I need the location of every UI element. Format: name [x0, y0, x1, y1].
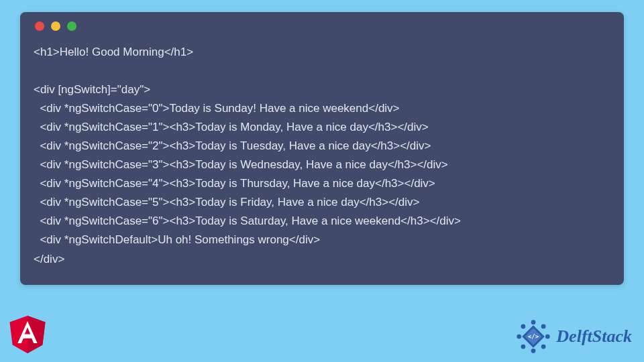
svg-point-8 [517, 335, 522, 339]
code-window: <h1>Hello! Good Morning</h1> <div [ngSwi… [20, 12, 624, 285]
svg-point-3 [541, 324, 546, 329]
angular-logo [7, 312, 48, 357]
svg-text:</>: </> [528, 333, 539, 340]
code-content: <h1>Hello! Good Morning</h1> <div [ngSwi… [20, 38, 624, 285]
close-icon [35, 21, 44, 31]
delftstack-text: DelftStack [556, 326, 632, 347]
angular-icon [7, 312, 48, 354]
svg-point-9 [521, 324, 526, 329]
window-titlebar [20, 12, 624, 38]
svg-point-7 [521, 345, 526, 349]
svg-point-4 [545, 335, 550, 339]
delftstack-logo: </> DelftStack [515, 318, 632, 355]
svg-point-6 [531, 349, 536, 353]
svg-point-2 [531, 320, 536, 324]
maximize-icon [67, 21, 76, 31]
minimize-icon [51, 21, 60, 31]
svg-point-5 [541, 345, 546, 349]
delftstack-icon: </> [515, 318, 552, 355]
